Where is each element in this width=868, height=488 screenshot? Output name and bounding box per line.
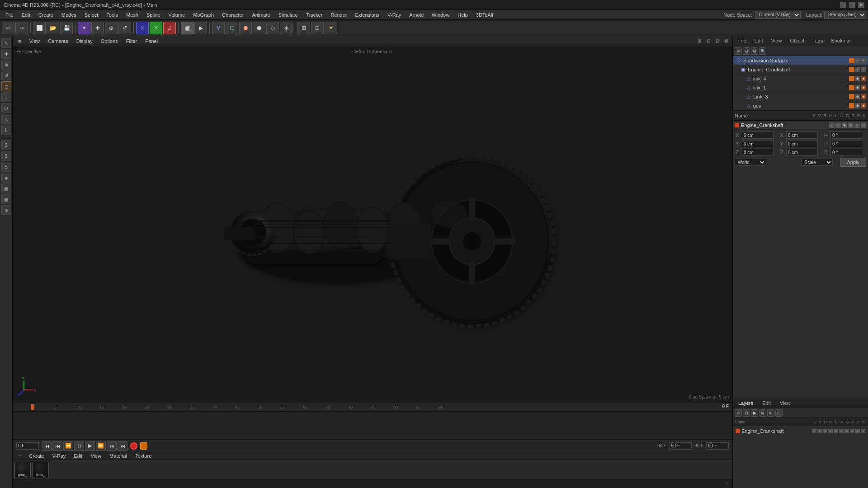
vray-btn1[interactable]: V bbox=[212, 22, 225, 34]
tool-path[interactable]: L bbox=[1, 125, 11, 135]
record-button[interactable] bbox=[130, 442, 137, 450]
open-button[interactable]: 📂 bbox=[47, 22, 59, 34]
layers-btn-5[interactable]: ⊞ bbox=[767, 409, 774, 417]
keyframe-button[interactable] bbox=[140, 442, 147, 450]
menu-animate[interactable]: Animate bbox=[248, 11, 274, 19]
mat-create[interactable]: Create bbox=[25, 452, 47, 460]
menu-tools[interactable]: Tools bbox=[103, 11, 122, 19]
grid-btn[interactable]: ⊟ bbox=[311, 22, 324, 34]
snap-btn[interactable]: ⊞ bbox=[297, 22, 310, 34]
tool-s3[interactable]: S bbox=[1, 162, 11, 172]
l4-vis-2[interactable]: ◉ bbox=[855, 76, 860, 81]
scale-tool-button[interactable]: ⊕ bbox=[105, 22, 118, 34]
menu-vray[interactable]: V-Ray bbox=[384, 11, 405, 19]
layers-btn-4[interactable]: ⊠ bbox=[759, 409, 766, 417]
3d-viewport[interactable]: Perspective Default Camera ☆ Grid Spacin… bbox=[13, 46, 732, 402]
apply-button[interactable]: Apply bbox=[840, 158, 866, 167]
menu-tracker[interactable]: Tracker bbox=[302, 11, 326, 19]
tab-file[interactable]: File bbox=[735, 37, 750, 45]
vis-icon-3[interactable]: ✓ bbox=[861, 58, 866, 63]
layers-tab-edit[interactable]: Edit bbox=[759, 399, 774, 407]
obj-row-link3[interactable]: △ Link_3 ◉ ◉ bbox=[733, 92, 868, 101]
coord-input-px[interactable] bbox=[742, 131, 774, 139]
start-frame-input[interactable] bbox=[16, 442, 39, 450]
l3-vis-1[interactable] bbox=[849, 94, 854, 99]
redo-button[interactable]: ↪ bbox=[15, 22, 28, 34]
tab-object[interactable]: Object bbox=[786, 37, 808, 45]
vp-menu-hamburger[interactable]: ≡ bbox=[14, 38, 24, 45]
name-icon-6[interactable]: ⊟ bbox=[861, 122, 866, 128]
obj-row-crankshaft[interactable]: ▣ Engine_Crankshaft ✓ ✓ bbox=[733, 65, 868, 74]
g-vis-1[interactable] bbox=[849, 103, 854, 108]
close-button[interactable]: ✕ bbox=[858, 2, 864, 8]
world-dropdown[interactable]: World Object bbox=[735, 159, 766, 166]
save-button[interactable]: 💾 bbox=[60, 22, 73, 34]
name-icon-5[interactable]: ⊞ bbox=[854, 122, 860, 128]
name-icon-2[interactable]: ⊡ bbox=[835, 122, 841, 128]
mat-vray[interactable]: V-Ray bbox=[48, 452, 69, 460]
layers-btn-1[interactable]: ⊕ bbox=[735, 409, 742, 417]
vis-icon-1[interactable] bbox=[849, 58, 854, 63]
material-links[interactable]: links_ bbox=[33, 462, 49, 478]
menu-character[interactable]: Character bbox=[218, 11, 247, 19]
stop-button[interactable]: ⏸ bbox=[74, 441, 84, 451]
layers-tab-layers[interactable]: Layers bbox=[735, 399, 757, 407]
menu-mesh[interactable]: Mesh bbox=[123, 11, 142, 19]
layer-icon-x[interactable]: ✓ bbox=[861, 429, 865, 433]
maximize-button[interactable]: □ bbox=[849, 2, 855, 8]
move-tool-button[interactable]: ✚ bbox=[91, 22, 104, 34]
layer-crankshaft[interactable]: Engine_Crankshaft ✓ ✓ ✓ ✓ ✓ ✓ ✓ ✓ ✓ ✓ bbox=[734, 427, 867, 435]
end-frame-input[interactable] bbox=[669, 442, 692, 450]
layer-icon-v[interactable]: ✓ bbox=[817, 429, 822, 433]
l1-vis-2[interactable]: ◉ bbox=[855, 85, 860, 90]
coord-input-rx[interactable] bbox=[786, 131, 818, 139]
vp-icon-3[interactable]: ⊡ bbox=[713, 37, 722, 45]
menu-volume[interactable]: Volume bbox=[165, 11, 189, 19]
layers-btn-6[interactable]: ⊟ bbox=[775, 409, 783, 417]
vp-menu-filter[interactable]: Filter bbox=[123, 38, 141, 45]
tool-move[interactable]: ✚ bbox=[1, 49, 11, 59]
tool-cube[interactable]: ◻ bbox=[1, 81, 11, 91]
coord-input-p[interactable] bbox=[830, 140, 862, 147]
vray-btn3[interactable]: ⬢ bbox=[239, 22, 252, 34]
mat-material[interactable]: Material bbox=[106, 452, 131, 460]
menu-3dtoall[interactable]: 3DToAll bbox=[472, 11, 497, 19]
tab-view-om[interactable]: View bbox=[768, 37, 786, 45]
l1-vis-3[interactable]: ◉ bbox=[861, 85, 866, 90]
mat-texture[interactable]: Texture bbox=[132, 452, 155, 460]
tab-bookmarks[interactable]: Bookmar bbox=[827, 37, 854, 45]
tool-s1[interactable]: S bbox=[1, 140, 11, 150]
tool-misc[interactable]: ⊙ bbox=[1, 205, 11, 215]
undo-button[interactable]: ↩ bbox=[2, 22, 14, 34]
scale-dropdown[interactable]: Scale bbox=[801, 159, 833, 166]
om-btn-3[interactable]: ⊠ bbox=[751, 47, 758, 55]
tool-select[interactable]: ↖ bbox=[1, 38, 11, 48]
obj-row-gear[interactable]: △ gear ◉ ◉ bbox=[733, 101, 868, 110]
coord-input-rz[interactable] bbox=[786, 149, 818, 156]
tool-layers1[interactable]: ▦ bbox=[1, 183, 11, 193]
vp-menu-panel[interactable]: Panel bbox=[142, 38, 161, 45]
layout-select[interactable]: Startup (User) bbox=[824, 11, 866, 19]
vp-icon-2[interactable]: ⊟ bbox=[704, 37, 712, 45]
g-vis-2[interactable]: ◉ bbox=[855, 103, 860, 108]
play-button[interactable]: ▶ bbox=[85, 441, 95, 451]
menu-extensions[interactable]: Extensions bbox=[351, 11, 383, 19]
coord-input-b[interactable] bbox=[830, 149, 862, 156]
object-mode[interactable]: ▣ bbox=[181, 22, 193, 34]
obj-row-link4[interactable]: △ link_4 ◉ ◉ bbox=[733, 74, 868, 83]
om-search[interactable]: 🔍 bbox=[759, 47, 766, 55]
vray-btn2[interactable]: ⬡ bbox=[226, 22, 238, 34]
tool-sphere[interactable]: ○ bbox=[1, 92, 11, 102]
vp-menu-cameras[interactable]: Cameras bbox=[44, 38, 72, 45]
mat-hamburger[interactable]: ≡ bbox=[14, 452, 24, 460]
vray-btn4[interactable]: ⬟ bbox=[253, 22, 265, 34]
name-icon-1[interactable]: ✓ bbox=[829, 122, 835, 128]
menu-edit[interactable]: Edit bbox=[18, 11, 34, 19]
vis-icon-2[interactable]: ✓ bbox=[855, 58, 860, 63]
layers-tab-view[interactable]: View bbox=[776, 399, 794, 407]
om-btn-1[interactable]: ⊕ bbox=[735, 47, 742, 55]
mat-view[interactable]: View bbox=[87, 452, 105, 460]
tab-tags[interactable]: Tags bbox=[809, 37, 826, 45]
vray-btn5[interactable]: ◇ bbox=[266, 22, 279, 34]
mode-y[interactable]: Y bbox=[150, 22, 162, 34]
